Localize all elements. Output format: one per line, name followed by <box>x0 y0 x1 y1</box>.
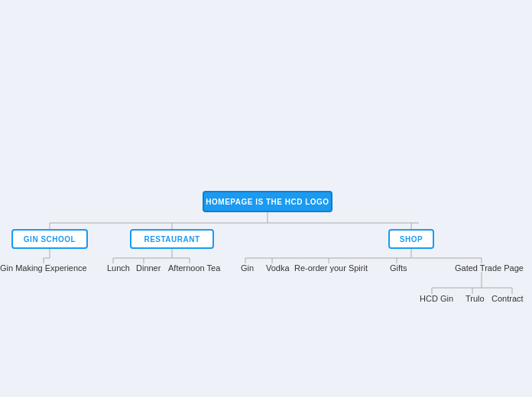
leaf-gifts: Gifts <box>390 263 407 273</box>
leaf-afternoon-tea: Afternoon Tea <box>168 263 220 273</box>
branch-shop[interactable]: SHOP <box>388 229 434 249</box>
subleaf-contract: Contract <box>491 294 524 303</box>
leaf-reorder-spirit: Re-order your Spirit <box>294 263 368 273</box>
leaf-vodka: Vodka <box>266 263 290 273</box>
leaf-gin: Gin <box>241 263 254 273</box>
leaf-dinner: Dinner <box>136 263 161 273</box>
branch-shop-label: SHOP <box>400 235 423 244</box>
diagram-container: HOMEPAGE IS THE HCD LOGO GIN SCHOOL REST… <box>0 0 532 397</box>
branch-gin-school-label: GIN SCHOOL <box>24 235 76 244</box>
subleaf-hcd-gin: HCD Gin <box>420 294 453 303</box>
leaf-gated-trade-page: Gated Trade Page <box>455 263 524 273</box>
branch-restaurant-label: RESTAURANT <box>144 235 200 244</box>
branch-restaurant[interactable]: RESTAURANT <box>130 229 214 249</box>
leaf-lunch: Lunch <box>107 263 130 273</box>
root-label: HOMEPAGE IS THE HCD LOGO <box>206 198 329 206</box>
subleaf-trulo: Trulo <box>466 294 485 303</box>
branch-gin-school[interactable]: GIN SCHOOL <box>11 229 88 249</box>
root-node: HOMEPAGE IS THE HCD LOGO <box>203 191 332 212</box>
leaf-gin-making-experience: Gin Making Experience <box>0 263 87 273</box>
